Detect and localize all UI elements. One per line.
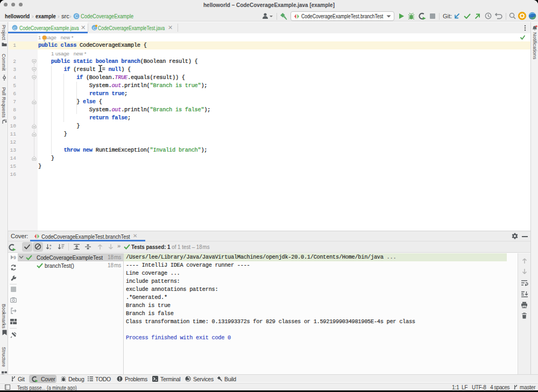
svg-text:z: z <box>49 247 51 250</box>
svg-text:C: C <box>13 26 17 31</box>
svg-text:C: C <box>75 13 78 19</box>
